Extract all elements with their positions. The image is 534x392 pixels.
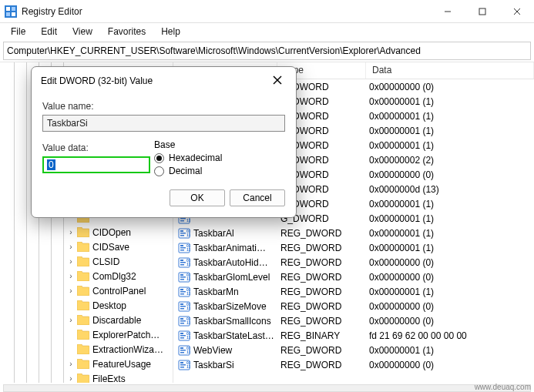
menu-file[interactable]: File: [3, 25, 33, 39]
cell-data: 0x00000001 (1): [369, 126, 534, 136]
tree-item[interactable]: ExplorerPatch…: [5, 327, 173, 342]
tree-item-label: ExplorerPatch…: [92, 330, 160, 340]
cell-data: 0x00000000 (0): [369, 316, 534, 327]
radio-icon: [154, 153, 164, 163]
reg-value-icon: 011110: [178, 256, 190, 269]
svg-rect-70: [180, 230, 183, 232]
menu-favorites[interactable]: Favorites: [100, 25, 153, 39]
svg-text:110: 110: [186, 262, 190, 266]
svg-rect-102: [180, 308, 184, 310]
tree-item[interactable]: ›ComDlg32: [5, 269, 173, 283]
folder-icon: [77, 344, 89, 354]
list-row[interactable]: 011110TaskbarSizeMoveREG_DWORD0x00000000…: [173, 299, 534, 313]
cell-name: TaskbarSmallIcons: [193, 316, 280, 327]
menu-help[interactable]: Help: [153, 25, 188, 39]
svg-text:110: 110: [186, 247, 190, 252]
base-hex-radio[interactable]: Hexadecimal: [154, 152, 285, 163]
base-hex-label: Hexadecimal: [169, 152, 222, 163]
tree-twisty-icon[interactable]: ›: [66, 272, 76, 280]
tree-item[interactable]: ›FileExts: [5, 371, 173, 383]
svg-rect-83: [180, 262, 186, 263]
minimize-button[interactable]: [430, 0, 465, 23]
svg-text:110: 110: [186, 233, 190, 237]
maximize-button[interactable]: [465, 0, 499, 23]
list-row[interactable]: 011110WebViewREG_DWORD0x00000001 (1): [173, 343, 534, 357]
tree-twisty-icon[interactable]: ›: [66, 243, 76, 251]
svg-rect-6: [479, 8, 485, 15]
list-row[interactable]: 011110TaskbarAlREG_DWORD0x00000001 (1): [173, 226, 534, 240]
tree-twisty-icon[interactable]: ›: [66, 360, 76, 368]
cell-data: 0x00000001 (1): [369, 213, 534, 224]
address-bar[interactable]: Computer\HKEY_CURRENT_USER\Software\Micr…: [3, 42, 531, 60]
svg-text:110: 110: [186, 276, 190, 281]
cell-name: TaskbarStateLast…: [193, 330, 280, 341]
svg-rect-66: [180, 220, 184, 222]
list-row[interactable]: 011110TaskbarAnimati…REG_DWORD0x00000001…: [173, 240, 534, 255]
reg-value-icon: 011110: [178, 315, 190, 327]
cell-data: 0x00000001 (1): [369, 96, 534, 107]
tree-twisty-icon[interactable]: ›: [66, 316, 76, 324]
list-row[interactable]: 011110TaskbarSiREG_DWORD0x00000000 (0): [173, 357, 534, 372]
cell-data: 0x00000000 (0): [369, 272, 534, 283]
tree-item-label: ComDlg32: [92, 271, 136, 282]
tree-twisty-icon[interactable]: ›: [66, 374, 76, 383]
value-data-field[interactable]: 0: [42, 156, 150, 173]
cell-data: fd 21 69 62 00 00 00 00: [369, 330, 534, 341]
svg-text:110: 110: [186, 306, 190, 310]
reg-value-icon: 011110: [178, 271, 190, 283]
tree-item[interactable]: ›CLSID: [5, 254, 173, 269]
tree-item-label: ControlPanel: [92, 286, 146, 297]
value-data-label: Value data:: [42, 142, 154, 153]
tree-item[interactable]: ExtractionWiza…: [5, 342, 173, 357]
tree-twisty-icon[interactable]: ›: [66, 228, 76, 236]
list-row[interactable]: 011110TaskbarAutoHid…REG_DWORD0x00000000…: [173, 255, 534, 270]
tree-twisty-icon[interactable]: ›: [66, 286, 76, 295]
value-name-label: Value name:: [42, 101, 285, 112]
svg-rect-4: [12, 12, 15, 16]
folder-icon: [77, 315, 89, 325]
svg-rect-96: [180, 293, 184, 295]
radio-icon: [154, 166, 164, 176]
folder-icon: [77, 227, 89, 237]
svg-rect-113: [180, 335, 186, 337]
tree-twisty-icon[interactable]: ›: [66, 257, 76, 266]
tree-item-label: ExtractionWiza…: [92, 344, 163, 355]
tree-item-label: Desktop: [92, 300, 126, 311]
horizontal-scrollbar[interactable]: [3, 384, 531, 392]
tree-item[interactable]: ›FeatureUsage: [5, 357, 173, 371]
reg-value-icon: 011110: [178, 359, 190, 371]
tree-item[interactable]: ›Discardable: [5, 313, 173, 327]
cell-data: 0x00000000 (0): [369, 257, 534, 268]
tree-item[interactable]: ›CIDSave: [5, 240, 173, 254]
menu-edit[interactable]: Edit: [33, 25, 65, 39]
value-name-field: TaskbarSi: [42, 115, 285, 132]
svg-rect-77: [180, 247, 186, 249]
ok-button[interactable]: OK: [170, 189, 225, 206]
cell-type: REG_DWORD: [280, 360, 369, 370]
tree-item[interactable]: Desktop: [5, 298, 173, 313]
menu-view[interactable]: View: [65, 25, 100, 39]
list-row[interactable]: 011110TaskbarStateLast…REG_BINARYfd 21 6…: [173, 328, 534, 343]
svg-rect-76: [180, 245, 183, 246]
svg-rect-108: [180, 323, 184, 324]
base-dec-label: Decimal: [169, 166, 202, 176]
cancel-button[interactable]: Cancel: [230, 189, 285, 206]
base-dec-radio[interactable]: Decimal: [154, 166, 285, 176]
dialog-close-button[interactable]: [268, 73, 287, 89]
cell-data: 0x00000001 (1): [369, 199, 534, 209]
reg-value-icon: 011110: [178, 330, 190, 342]
col-data[interactable]: Data: [366, 62, 534, 79]
svg-rect-89: [180, 276, 186, 278]
svg-rect-114: [180, 337, 184, 339]
tree-item[interactable]: ›ControlPanel: [5, 283, 173, 298]
list-row[interactable]: 011110TaskbarMnREG_DWORD0x00000001 (1): [173, 284, 534, 299]
svg-rect-118: [180, 347, 183, 349]
tree-item-label: Discardable: [92, 315, 141, 326]
list-row[interactable]: 011110TaskbarGlomLevelREG_DWORD0x0000000…: [173, 270, 534, 284]
close-button[interactable]: [499, 0, 534, 23]
tree-item[interactable]: ›CIDOpen: [5, 225, 173, 240]
cell-name: TaskbarSi: [193, 360, 280, 370]
cell-data: 0x00000000 (0): [369, 82, 534, 92]
tree-item-label: CLSID: [92, 256, 119, 267]
list-row[interactable]: 011110TaskbarSmallIconsREG_DWORD0x000000…: [173, 313, 534, 328]
